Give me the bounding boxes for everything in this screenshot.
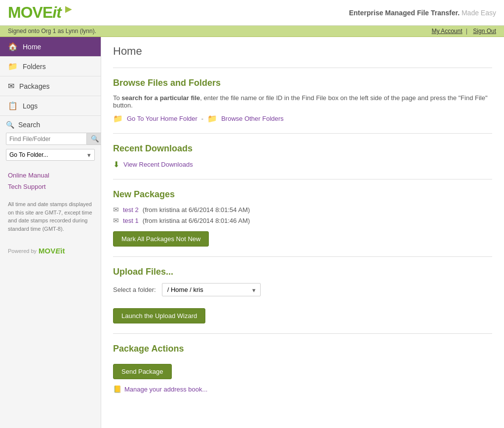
recent-downloads-section: Recent Downloads ⬇ View Recent Downloads [113,143,492,169]
folder-select-label: Select a folder: [113,286,156,293]
send-package-button[interactable]: Send Package [113,364,172,379]
go-to-folder-select[interactable]: Go To Folder... [6,149,95,161]
upload-section: Upload Files... Select a folder: / Home … [113,267,492,323]
launch-upload-wizard-button[interactable]: Launch the Upload Wizard [113,308,205,323]
package-link-2[interactable]: test 1 [123,217,139,224]
header: MOVEit ▶ Enterprise Managed File Transfe… [0,0,504,26]
tagline: Enterprise Managed File Transfer. Made E… [349,9,496,17]
statusbar: Signed onto Org 1 as Lynn (lynn). My Acc… [0,26,504,37]
recent-heading: Recent Downloads [113,143,492,154]
sign-out-link[interactable]: Sign Out [473,28,496,35]
package-actions-heading: Package Actions [113,344,492,354]
sidebar-links: Online Manual Tech Support [0,166,101,200]
package-item-2: ✉ test 1 (from kristina at 6/6/2014 8:01… [113,216,492,224]
view-recent-downloads-link[interactable]: View Recent Downloads [123,161,193,168]
browse-section: Browse Files and Folders To search for a… [113,78,492,123]
manage-link-row: 📒 Manage your address book... [113,385,492,393]
my-account-link[interactable]: My Account [431,28,462,35]
sidebar: 🏠 Home 📁 Folders ✉ Packages 📋 Logs 🔍 Sea… [0,37,101,428]
folders-icon: 📁 [8,62,18,71]
tagline-post: Made Easy [462,9,496,17]
logs-icon: 📋 [8,101,18,110]
search-input[interactable] [6,133,87,145]
upload-heading: Upload Files... [113,267,492,277]
go-to-folder-dropdown: Go To Folder... [6,149,95,161]
browse-dash: - [201,115,203,122]
browse-bold: search for a particular file [121,94,200,102]
new-packages-section: New Packages ✉ test 2 (from kristina at … [113,189,492,247]
sidebar-item-home[interactable]: 🏠 Home [0,37,101,57]
statusbar-separator: | [466,28,467,35]
browse-description: To search for a particular file, enter t… [113,94,492,109]
package-item-1: ✉ test 2 (from kristina at 6/6/2014 8:01… [113,206,492,214]
browse-heading: Browse Files and Folders [113,78,492,88]
package-link-1[interactable]: test 2 [123,206,139,214]
other-folders-link[interactable]: Browse Other Folders [221,115,283,122]
sidebar-item-logs-label: Logs [23,102,38,110]
sidebar-powered: Powered by MOVEit [0,241,101,261]
layout: 🏠 Home 📁 Folders ✉ Packages 📋 Logs 🔍 Sea… [0,37,504,428]
tech-support-link[interactable]: Tech Support [8,183,93,190]
home-folder-icon: 📁 [113,114,123,123]
page-title: Home [113,45,492,58]
folder-select-wrapper: / Home / kris [162,283,261,296]
browse-links: 📁 Go To Your Home Folder - 📁 Browse Othe… [113,114,492,123]
divider-2 [113,133,492,134]
statusbar-links: My Account | Sign Out [429,28,496,35]
download-icon: ⬇ [113,160,119,169]
package-meta-2: (from kristina at 6/6/2014 8:01:46 AM) [143,217,250,224]
search-row: 🔍 [6,133,95,145]
logo-text: MOVEit ▶ [8,3,72,22]
search-nav-icon: 🔍 [6,121,14,129]
sidebar-item-packages-label: Packages [19,82,49,90]
folder-select-row: Select a folder: / Home / kris [113,283,492,296]
folder-select[interactable]: / Home / kris [162,283,261,296]
powered-logo: MOVEit [39,247,65,255]
divider-3 [113,179,492,179]
sidebar-item-logs[interactable]: 📋 Logs [0,96,101,116]
online-manual-link[interactable]: Online Manual [8,172,93,179]
recent-downloads-link-row: ⬇ View Recent Downloads [113,160,492,169]
manage-address-book-link[interactable]: Manage your address book... [124,386,207,393]
sidebar-item-packages[interactable]: ✉ Packages [0,76,101,96]
package-meta-1: (from kristina at 6/6/2014 8:01:54 AM) [143,206,250,214]
pkg-icon-1: ✉ [113,206,119,214]
package-actions-section: Package Actions Send Package 📒 Manage yo… [113,344,492,393]
sidebar-search-section: 🔍 Search 🔍 Go To Folder... [0,116,101,166]
mark-all-not-new-button[interactable]: Mark All Packages Not New [113,231,209,247]
divider-1 [113,68,492,68]
sidebar-item-home-label: Home [23,43,41,51]
home-icon: 🏠 [8,42,18,51]
packages-heading: New Packages [113,189,492,200]
main-content: Home Browse Files and Folders To search … [101,37,504,428]
divider-4 [113,256,492,257]
address-book-icon: 📒 [113,385,121,393]
divider-5 [113,333,492,334]
sidebar-item-folders-label: Folders [23,63,46,71]
statusbar-message: Signed onto Org 1 as Lynn (lynn). [8,28,96,35]
search-label: 🔍 Search [6,121,95,129]
sidebar-timezone-note: All time and date stamps displayed on th… [0,200,101,241]
tagline-pre: Enterprise Managed File Transfer. [349,9,460,17]
pkg-icon-2: ✉ [113,216,119,224]
logo: MOVEit ▶ [8,3,72,22]
packages-icon: ✉ [8,81,14,91]
other-folder-icon: 📁 [207,114,217,123]
home-folder-link[interactable]: Go To Your Home Folder [127,115,197,122]
sidebar-item-folders[interactable]: 📁 Folders [0,57,101,76]
